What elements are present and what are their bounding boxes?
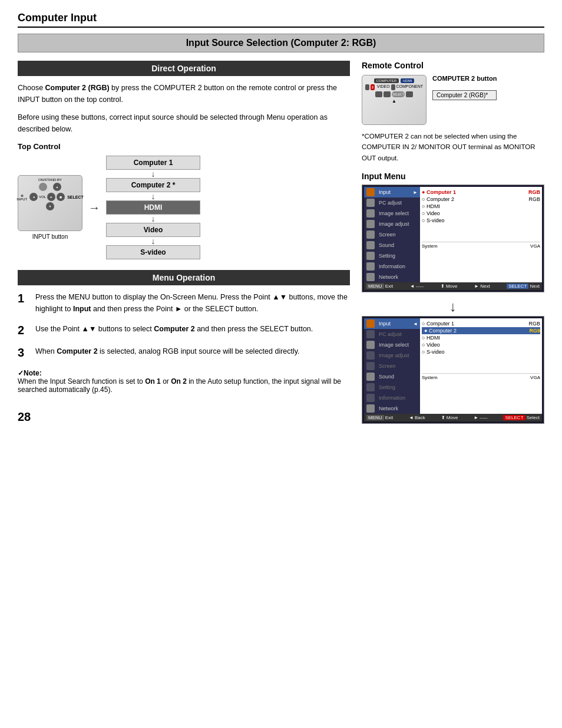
remote-device-wrapper: COMPUTER HDMI 2 VIDEO COMPONENT: [362, 75, 427, 125]
input-menu-section: Input Menu Input ► PC adjust: [362, 172, 544, 424]
svideo-label-1: ○ S-video: [422, 218, 444, 223]
info-label-1: Information: [379, 263, 405, 269]
menu-left-item-input-2: Input ◄: [364, 318, 420, 329]
setting-label-2: Setting: [379, 384, 395, 390]
menu-system-row-2: System VGA: [422, 373, 540, 380]
network-label-2: Network: [379, 406, 398, 411]
remote-control-section: Remote Control COMPUTER HDMI 2: [362, 61, 544, 163]
menu-left-item-imageselect-2: Image select: [364, 340, 420, 350]
menu-left-item-screen-1: Screen: [364, 229, 420, 240]
video-label-2: ○ Video: [422, 342, 440, 348]
menu-left-item-info-1: Information: [364, 261, 420, 272]
comp2-value-2: RG9: [529, 328, 540, 334]
arrow-left-2: ◄: [413, 321, 418, 327]
menu-left-item-screen-2: Screen: [364, 361, 420, 371]
imageadjust-label-1: Image adjust: [379, 221, 409, 227]
note-section: ✓Note: When the Input Search function is…: [18, 369, 350, 394]
menu-right-item-comp2-2: ● Computer 2 RG9: [422, 327, 540, 334]
step1-bold-input: Input: [73, 305, 91, 313]
step-2: 2 Use the Point ▲▼ buttons to select Com…: [18, 323, 350, 337]
setting-icon-1: [366, 252, 375, 260]
top-control-device: ON/STAND·BY ▲ ⊕INPUT ◄: [18, 175, 82, 240]
flow-item-computer1: Computer 1: [106, 156, 200, 170]
imageselect-label-2: Image select: [379, 342, 409, 348]
num-btn-1: [365, 84, 369, 90]
pcadjust-icon-2: [366, 330, 375, 338]
menu-right-item-hdmi-2: ○ HDMI: [422, 334, 540, 341]
input-label-1: Input: [379, 189, 391, 195]
video-label: VIDEO: [377, 84, 390, 90]
mute-btn: ◼: [57, 193, 65, 201]
right-column: Remote Control COMPUTER HDMI 2: [362, 61, 544, 424]
remote-top-row: COMPUTER HDMI: [365, 78, 423, 83]
menu-right-content-2: ○ Computer 1 RGB ● Computer 2 RG9 ○ HDMI: [420, 318, 542, 414]
select-label: SELECT: [67, 195, 84, 199]
menu-operation-section: Menu Operation 1 Press the MENU button t…: [18, 270, 350, 394]
comp1-label-2: ○ Computer 1: [422, 321, 454, 327]
remote-mid-row: 2 VIDEO COMPONENT: [365, 84, 423, 90]
step-1-number: 1: [18, 291, 29, 315]
system-label-1: System: [422, 243, 438, 249]
setting-icon-2: [366, 383, 375, 391]
page-header: Computer Input: [18, 12, 544, 28]
direct-op-paragraph1: Choose Computer 2 (RGB) by press the COM…: [18, 82, 350, 106]
down-btn: ▼: [46, 202, 54, 210]
menu-badge-select-2: SELECT: [503, 415, 525, 420]
menu-right-content-1: ● Computer 1 RGB ○ Computer 2 RGB ○ HDMI: [420, 187, 542, 282]
imageselect-label-1: Image select: [379, 210, 409, 216]
device-label-row: ON/STAND·BY: [21, 178, 80, 182]
input-icon-2: [366, 319, 375, 328]
b3: [406, 91, 413, 97]
flow-item-hdmi: HDMI: [106, 200, 200, 215]
menu-left-item-setting-2: Setting: [364, 382, 420, 393]
menu-screenshot-1: Input ► PC adjust Image select: [362, 185, 544, 292]
step2-bold-comp2: Computer 2: [154, 325, 194, 333]
menu-split-2: Input ◄ PC adjust Image select: [364, 318, 542, 414]
device-bottom-row: ▼: [21, 202, 80, 210]
flow-arrow-3: ↓: [151, 215, 156, 223]
comp2rgb-label: Computer 2 (RGB)*: [432, 90, 497, 100]
flow-item-computer2: Computer 2 *: [106, 178, 200, 192]
menu-left-item-info-2: Information: [364, 393, 420, 403]
b2: [384, 91, 391, 97]
vol-label: VOL: [39, 195, 46, 199]
sound-label-2: Sound: [379, 374, 394, 380]
input-label: ⊕INPUT: [16, 193, 27, 201]
flow-arrow-2: ↓: [151, 192, 156, 200]
imageadjust-icon-1: [366, 220, 375, 228]
asterisk-note: *COMPUTER 2 can not be selected when usi…: [362, 131, 544, 163]
menu-left-item-pcadjust-2: PC adjust: [364, 329, 420, 340]
menu-left-item-sound-1: Sound: [364, 240, 420, 251]
vol-row: ◄ VOL ► ◼: [29, 193, 65, 201]
video-label-1: ○ Video: [422, 210, 440, 216]
vga-label-1: VGA: [530, 243, 540, 249]
comp2-label-1: ○ Computer 2: [422, 196, 454, 202]
step-3-number: 3: [18, 345, 29, 360]
hdmi-btn: HDMI: [401, 78, 414, 83]
hdmi-label-2: ○ HDMI: [422, 335, 440, 341]
screen-icon-2: [366, 362, 375, 370]
info-icon-2: [366, 394, 375, 402]
menu-right-item-comp1-1: ● Computer 1 RGB: [422, 189, 540, 196]
menu-right-item-video-1: ○ Video: [422, 210, 540, 217]
imageselect-icon-1: [366, 209, 375, 218]
bold-comp2rgb: Computer 2 (RGB): [45, 84, 110, 92]
device-middle-row: ⊕INPUT ◄ VOL ► ◼ SELECT: [21, 193, 80, 201]
flow-arrow-4: ↓: [151, 237, 156, 245]
page-container: Computer Input Input Source Selection (C…: [0, 0, 562, 436]
menu-badge-select-1: SELECT: [507, 284, 528, 289]
direct-op-paragraph2: Before using these buttons, correct inpu…: [18, 111, 350, 135]
footer-back-2: ◄ Back: [409, 415, 425, 420]
arrow-between-menus: ↓: [362, 298, 544, 315]
menu-steps: 1 Press the MENU button to display the O…: [18, 291, 350, 360]
step3-bold-comp2: Computer 2: [57, 347, 97, 355]
top-control-device-body: ON/STAND·BY ▲ ⊕INPUT ◄: [18, 175, 82, 231]
right-btn: ►: [47, 193, 55, 201]
menu-operation-header: Menu Operation: [18, 270, 350, 285]
footer-next-1: ► Next: [474, 284, 490, 289]
menu-badge-exit-1: MENU: [366, 284, 384, 289]
system-label-2: System: [422, 375, 438, 380]
step-3: 3 When Computer 2 is selected, analog RG…: [18, 345, 350, 360]
num-btn-2: 2: [371, 84, 375, 90]
svideo-label-2: ○ S-video: [422, 349, 444, 355]
